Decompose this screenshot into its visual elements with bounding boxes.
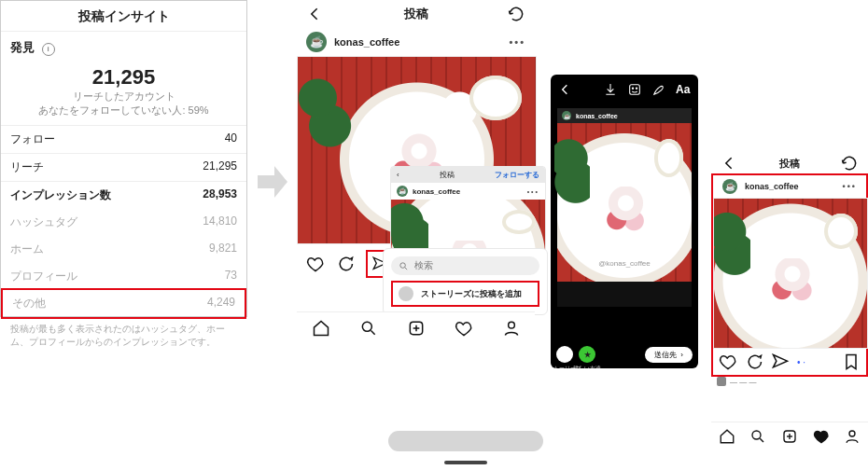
reach-caption: リーチしたアカウント <box>1 90 246 104</box>
impressions-breakdown-row: プロフィール 73 <box>1 263 246 290</box>
username: konas_coffee <box>334 36 399 48</box>
story-share-bar: ストーリーズ ★親しい友達 送信先 › <box>556 346 693 363</box>
add-to-story-label: ストーリーズに投稿を追加 <box>421 288 522 300</box>
add-to-story-button[interactable]: ストーリーズに投稿を追加 <box>391 281 539 307</box>
result-post-screen: 投稿 ☕ konas_coffee ••• • · — — — <box>711 153 868 388</box>
share-search-input[interactable]: 検索 <box>391 256 539 275</box>
draw-icon[interactable] <box>651 82 666 97</box>
reach-count: 21,295 <box>1 65 246 90</box>
story-handle: @konas_coffee <box>557 259 692 268</box>
nav-profile-icon[interactable] <box>502 319 521 338</box>
impressions-other-row: その他 4,249 <box>1 288 246 319</box>
bottom-nav <box>711 422 868 450</box>
post-header-title: 投稿 <box>404 6 428 22</box>
search-placeholder: 検索 <box>414 259 433 272</box>
post-image[interactable] <box>297 56 537 244</box>
text-icon[interactable]: Aa <box>676 82 691 97</box>
story-top-tools: Aa <box>603 82 691 97</box>
post-screen: 投稿 ☕ konas_coffee ••• <box>297 0 535 280</box>
nav-add-icon[interactable] <box>780 427 799 446</box>
send-to-button[interactable]: 送信先 › <box>645 347 693 363</box>
share-sheet: 検索 ストーリーズに投稿を追加 <box>383 248 548 315</box>
svg-line-12 <box>761 438 764 442</box>
svg-rect-8 <box>630 85 640 95</box>
arrow-right-icon <box>258 162 287 201</box>
share-icon[interactable] <box>771 352 790 371</box>
back-icon[interactable] <box>306 5 325 23</box>
bookmark-icon[interactable] <box>842 352 861 371</box>
home-indicator <box>444 461 487 464</box>
avatar-icon: ☕ <box>306 32 327 52</box>
your-story-button[interactable] <box>556 346 573 363</box>
story-embedded-post[interactable]: ☕ konas_coffee @konas_coffee <box>557 108 692 307</box>
avatar-placeholder-icon <box>399 286 413 301</box>
nav-profile-icon[interactable] <box>843 427 861 446</box>
metric-row: リーチ 21,295 <box>1 153 246 181</box>
impressions-breakdown-row: ホーム 9,821 <box>1 236 246 263</box>
story-back-icon[interactable] <box>558 82 573 97</box>
comment-icon[interactable] <box>336 255 355 273</box>
svg-point-10 <box>636 88 637 89</box>
svg-point-2 <box>362 322 371 331</box>
svg-point-16 <box>849 431 855 436</box>
more-icon[interactable]: ••• <box>509 36 525 48</box>
post-header: 投稿 <box>711 153 868 173</box>
post-author-row[interactable]: ☕ konas_coffee ••• <box>713 175 866 198</box>
username: konas_coffee <box>745 182 799 191</box>
svg-point-11 <box>752 431 761 439</box>
svg-line-3 <box>371 331 374 335</box>
nav-add-icon[interactable] <box>407 319 426 338</box>
insights-discovery-heading: 発見 i <box>1 32 246 60</box>
bottom-nav <box>297 311 535 344</box>
reach-nonfollowers: あなたをフォローしていない人: 59% <box>1 104 246 118</box>
comment-icon[interactable] <box>745 352 763 371</box>
nav-search-icon[interactable] <box>359 319 378 338</box>
nav-activity-icon[interactable] <box>812 427 831 446</box>
avatar-icon: ☕ <box>562 111 571 120</box>
close-friends-button[interactable]: ★ <box>579 346 595 363</box>
nav-home-icon[interactable] <box>718 427 736 446</box>
svg-line-1 <box>405 267 407 269</box>
download-icon[interactable] <box>603 82 618 97</box>
avatar-icon: ☕ <box>722 179 737 194</box>
svg-point-9 <box>632 88 633 89</box>
story-editor: Aa ☕ konas_coffee @konas_coffee ストーリーズ ★… <box>551 75 698 368</box>
refresh-icon[interactable] <box>507 5 525 23</box>
more-icon[interactable]: ••• <box>843 182 857 191</box>
insights-title: 投稿インサイト <box>1 1 246 32</box>
caption-stub: — — — <box>711 377 868 388</box>
post-header-title: 投稿 <box>779 157 800 171</box>
nav-home-icon[interactable] <box>312 319 330 338</box>
insights-note: 投稿が最も多く表示されたのはハッシュタグ、ホーム、プロフィールからのインプレッシ… <box>1 317 246 349</box>
like-icon[interactable] <box>306 255 325 273</box>
reach-summary: 21,295 リーチしたアカウント あなたをフォローしていない人: 59% <box>1 60 246 125</box>
highlighted-post: ☕ konas_coffee ••• • · <box>711 173 868 377</box>
post-header: 投稿 <box>297 0 535 28</box>
send-button-disabled <box>388 431 543 451</box>
post-image[interactable] <box>713 198 868 349</box>
post-actions: • · <box>713 349 866 375</box>
nav-search-icon[interactable] <box>749 427 767 446</box>
chevron-right-icon: › <box>680 351 683 359</box>
carousel-indicator: • · <box>797 357 805 367</box>
refresh-icon[interactable] <box>840 154 859 173</box>
svg-point-7 <box>508 322 514 328</box>
sticker-icon[interactable] <box>627 82 642 97</box>
insights-panel: 投稿インサイト 発見 i 21,295 リーチしたアカウント あなたをフォローし… <box>0 0 247 317</box>
svg-point-0 <box>400 262 406 268</box>
metric-row: フォロー 40 <box>1 125 246 153</box>
impressions-breakdown-row: ハッシュタグ 14,810 <box>1 209 246 236</box>
post-author-row[interactable]: ☕ konas_coffee ••• <box>297 28 535 56</box>
avatar-thumb-icon <box>717 377 726 386</box>
impressions-row: インプレッション数 28,953 <box>1 181 246 209</box>
info-icon[interactable]: i <box>42 43 55 56</box>
like-icon[interactable] <box>719 352 737 371</box>
back-icon[interactable] <box>721 154 739 173</box>
nav-activity-icon[interactable] <box>455 319 473 338</box>
